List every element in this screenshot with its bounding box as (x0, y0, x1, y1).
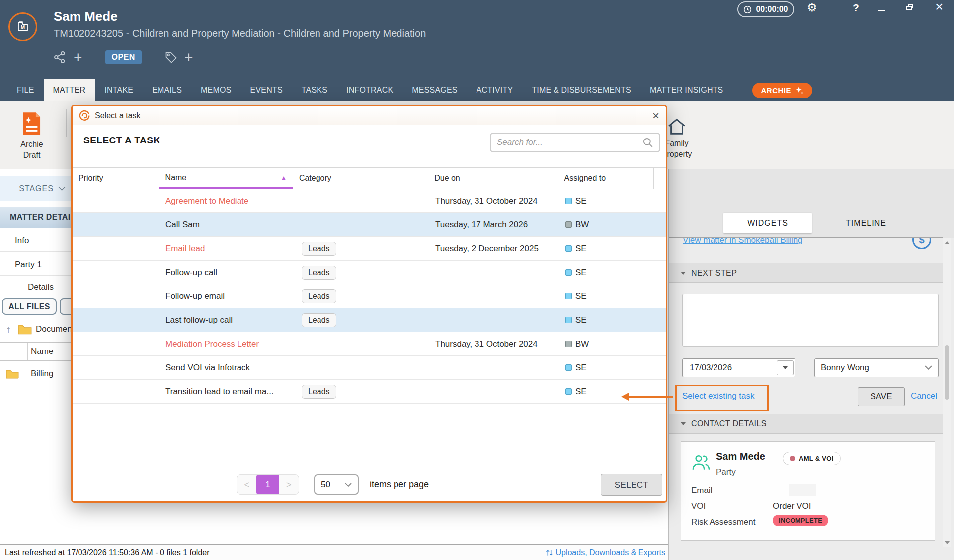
billing-dollar-icon[interactable]: $ (912, 238, 931, 249)
archie-draft-button[interactable]: Archie Draft (10, 111, 54, 160)
prev-page-button[interactable]: < (237, 475, 256, 494)
status-bar: Last refreshed at 17/03/2026 11:50:36 AM… (0, 544, 668, 560)
task-row[interactable]: Last follow-up call Leads SE (73, 308, 666, 332)
next-step-date-field[interactable]: 17/03/2026 (682, 358, 795, 377)
tab-infotrack[interactable]: INFOTRACK (337, 79, 402, 101)
up-down-arrows-icon (546, 549, 553, 557)
matter-avatar: M (8, 12, 37, 41)
modal-footer: < 1 > 50 items per page SELECT (73, 468, 666, 501)
task-table-body: Agreement to Mediate Thursday, 31 Octobe… (73, 189, 666, 404)
task-name: Mediation Process Letter (159, 339, 294, 349)
tab-widgets[interactable]: WIDGETS (723, 213, 812, 233)
tab-messages[interactable]: MESSAGES (402, 79, 467, 101)
task-row[interactable]: Send VOI via Infotrack SE (73, 356, 666, 380)
contact-card: Sam Mede AML & VOI Party Email VOI Order… (681, 441, 935, 541)
tab-emails[interactable]: EMAILS (143, 79, 191, 101)
date-picker-dropdown-button[interactable] (777, 360, 794, 375)
view-matter-billing-link[interactable]: View matter in Smokeball Billing (683, 238, 803, 245)
close-window-button[interactable]: × (935, 0, 943, 15)
assignee-color-icon (565, 293, 572, 299)
add-relationship-button[interactable]: + (74, 50, 82, 65)
assignee-initials: BW (575, 220, 589, 230)
tab-file[interactable]: FILE (7, 79, 44, 101)
folder-icon (18, 324, 32, 335)
current-page-button[interactable]: 1 (256, 475, 279, 494)
order-voi-link[interactable]: Order VOI (773, 501, 811, 511)
tab-time-disbursements[interactable]: TIME & DISBURSEMENTS (522, 79, 640, 101)
main-nav-tabs: FILE MATTER INTAKE EMAILS MEMOS EVENTS T… (7, 79, 812, 101)
settings-gear-icon[interactable]: ⚙ (807, 1, 817, 14)
svg-text:M: M (21, 25, 25, 30)
column-header-assigned-to[interactable]: Assigned to (558, 168, 654, 189)
modal-titlebar: Select a task × (73, 106, 666, 125)
select-button[interactable]: SELECT (601, 474, 662, 496)
task-row[interactable]: Follow-up email Leads SE (73, 284, 666, 308)
task-row[interactable]: Transition lead to email ma... Leads SE (73, 380, 666, 404)
task-row[interactable]: Email lead Leads Tuesday, 2 December 202… (73, 237, 666, 261)
cancel-link[interactable]: Cancel (911, 391, 937, 401)
tab-timeline[interactable]: TIMELINE (821, 213, 911, 233)
date-value: 17/03/2026 (690, 363, 732, 373)
contact-details-section-header[interactable]: CONTACT DETAILS (669, 414, 943, 434)
next-step-note-input[interactable] (682, 294, 939, 347)
task-table-header: Priority Name ▲ Category Due on Assigned… (73, 167, 666, 189)
last-refreshed-text: Last refreshed at 17/03/2026 11:50:36 AM… (5, 548, 210, 557)
contact-name[interactable]: Sam Mede (716, 451, 765, 462)
tab-matter-insights[interactable]: MATTER INSIGHTS (640, 79, 733, 101)
task-search-input[interactable] (497, 138, 642, 147)
column-header-name[interactable]: Name ▲ (159, 168, 293, 189)
assignee-initials: SE (575, 387, 587, 397)
scrollbar-thumb[interactable] (945, 345, 949, 400)
modal-close-icon[interactable]: × (652, 111, 659, 121)
help-button[interactable]: ? (853, 2, 859, 14)
modal-title: Select a task (95, 111, 141, 120)
sort-ascending-icon: ▲ (281, 174, 287, 181)
tab-events[interactable]: EVENTS (241, 79, 292, 101)
sparkle-icon (795, 86, 804, 95)
tag-icon[interactable] (164, 51, 177, 64)
aml-voi-badge[interactable]: AML & VOI (783, 452, 841, 465)
tab-memos[interactable]: MEMOS (191, 79, 240, 101)
tab-activity[interactable]: ACTIVITY (467, 79, 523, 101)
divider (66, 109, 67, 137)
folder-m-icon: M (15, 19, 31, 35)
page-size-select[interactable]: 50 (314, 474, 359, 495)
sidebar-scrollbar[interactable] (943, 238, 951, 547)
next-page-button[interactable]: > (279, 475, 299, 494)
archie-button[interactable]: ARCHIE (752, 83, 812, 98)
tab-tasks[interactable]: TASKS (292, 79, 337, 101)
matter-status-badge[interactable]: OPEN (105, 50, 142, 64)
assignee-color-icon (565, 198, 572, 204)
uploads-downloads-link[interactable]: Uploads, Downloads & Exports (546, 548, 665, 557)
pagination: < 1 > (237, 474, 299, 495)
task-row[interactable]: Agreement to Mediate Thursday, 31 Octobe… (73, 189, 666, 213)
add-tag-button[interactable]: + (184, 50, 193, 65)
assignee-color-icon (565, 221, 572, 228)
next-step-section-header[interactable]: NEXT STEP (669, 263, 943, 283)
folder-up-icon[interactable]: ↑ (6, 324, 11, 335)
tab-matter[interactable]: MATTER (44, 79, 95, 101)
minimize-button[interactable] (878, 10, 885, 11)
restore-window-button[interactable] (906, 4, 914, 10)
next-step-assignee-select[interactable]: Bonny Wong (814, 358, 939, 377)
all-files-button[interactable]: ALL FILES (2, 298, 57, 315)
annotation-highlight-box (675, 385, 769, 411)
assignee-initials: SE (575, 315, 587, 325)
column-header-priority[interactable]: Priority (73, 168, 159, 189)
scroll-down-icon[interactable] (945, 541, 950, 544)
scroll-up-icon[interactable] (945, 241, 950, 244)
category-badge: Leads (302, 242, 336, 256)
task-row[interactable]: Call Sam Tuesday, 17 March 2026 BW (73, 213, 666, 237)
tab-intake[interactable]: INTAKE (95, 79, 143, 101)
column-header-category[interactable]: Category (293, 168, 428, 189)
task-row[interactable]: Follow-up call Leads SE (73, 261, 666, 284)
assignee-color-icon (565, 317, 572, 323)
task-search-box[interactable] (490, 133, 660, 152)
assignee-initials: SE (575, 291, 587, 301)
share-icon[interactable] (54, 51, 67, 64)
timer-button[interactable]: 00:00:00 (737, 1, 794, 17)
save-button[interactable]: SAVE (858, 387, 905, 406)
column-header-due-on[interactable]: Due on (428, 168, 558, 189)
task-row[interactable]: Mediation Process Letter Thursday, 31 Oc… (73, 332, 666, 356)
collapse-triangle-icon (681, 272, 686, 275)
